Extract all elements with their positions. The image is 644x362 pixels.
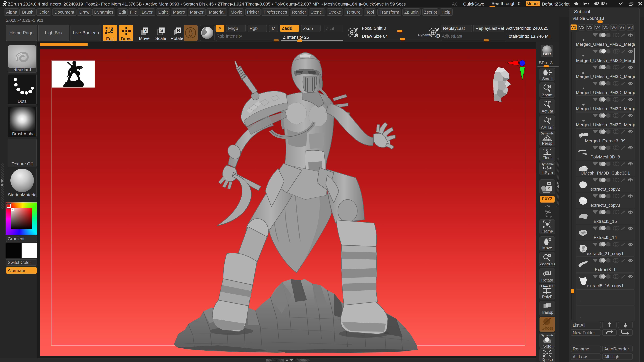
svg-text:S: S xyxy=(355,33,358,38)
svg-text:BPR: BPR xyxy=(543,52,551,56)
svg-text:S: S xyxy=(160,27,164,33)
svg-text:C: C xyxy=(548,187,550,190)
svg-text:XYZ: XYZ xyxy=(545,197,552,201)
svg-text:M: M xyxy=(144,27,148,33)
svg-text:R: R xyxy=(177,27,180,33)
svg-text:x1: x1 xyxy=(548,102,551,104)
svg-text:D: D xyxy=(436,33,440,39)
svg-text:z: z xyxy=(550,215,552,219)
